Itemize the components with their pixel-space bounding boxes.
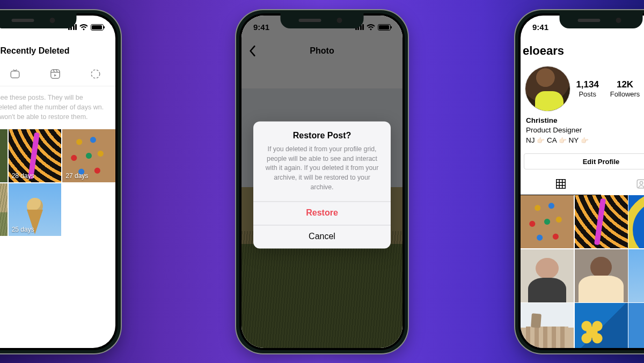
grid-item[interactable] xyxy=(521,249,574,302)
avatar[interactable] xyxy=(525,66,570,112)
grid-item[interactable] xyxy=(575,195,628,248)
deleted-type-tabs xyxy=(0,63,115,86)
deleted-grid: 28 days 27 days 25 days xyxy=(0,129,115,236)
device-notch xyxy=(560,13,643,28)
grid-item[interactable] xyxy=(521,303,574,347)
device-notch xyxy=(0,13,77,28)
profile-username[interactable]: eloears xyxy=(523,44,564,58)
grid-item[interactable] xyxy=(575,303,628,347)
svg-point-7 xyxy=(640,182,643,185)
restore-alert: Restore Post? If you deleted it from you… xyxy=(253,121,391,248)
tab-stories[interactable] xyxy=(75,63,115,86)
info-text: Only you can see these posts. They will … xyxy=(0,86,115,129)
alert-body: If you deleted it from your profile grid… xyxy=(253,143,391,201)
wifi-icon xyxy=(79,24,88,31)
cancel-button[interactable]: Cancel xyxy=(253,225,391,248)
svg-point-3 xyxy=(91,70,100,78)
edit-profile-button[interactable]: Edit Profile xyxy=(524,153,644,169)
grid-item[interactable] xyxy=(521,195,574,248)
grid-item[interactable] xyxy=(628,195,644,248)
deleted-item[interactable]: 27 days xyxy=(62,129,115,182)
alert-title: Restore Post? xyxy=(253,121,391,143)
profile-bio: Christine Product Designer NJ 👉🏻 CA 👉🏻 N… xyxy=(521,112,644,151)
days-label: 25 days xyxy=(12,226,34,233)
tab-tagged[interactable] xyxy=(601,173,644,195)
deleted-item[interactable] xyxy=(0,183,8,236)
deleted-item[interactable]: 25 days xyxy=(9,183,62,236)
svg-rect-5 xyxy=(557,179,566,188)
bio-line: Product Designer xyxy=(526,125,644,136)
profile-grid xyxy=(521,195,644,347)
tab-grid[interactable] xyxy=(521,173,601,195)
phone-recently-deleted: Recently Deleted Only you can see these … xyxy=(0,10,121,353)
profile-header: eloears xyxy=(521,39,644,63)
grid-item[interactable] xyxy=(575,249,628,302)
battery-icon xyxy=(91,24,104,31)
grid-item[interactable] xyxy=(628,249,644,302)
tab-igtv[interactable] xyxy=(0,63,35,86)
restore-button[interactable]: Restore xyxy=(253,201,391,225)
deleted-item[interactable] xyxy=(0,129,8,182)
device-notch xyxy=(281,13,364,28)
days-label: 28 days xyxy=(12,172,34,180)
page-title: Recently Deleted xyxy=(0,39,115,63)
tab-reels[interactable] xyxy=(35,63,75,86)
profile-tabs xyxy=(521,173,644,195)
stat-followers[interactable]: 12KFollowers xyxy=(610,79,640,98)
bio-name: Christine xyxy=(526,116,644,126)
svg-rect-1 xyxy=(11,71,19,78)
phone-profile: 9:41 eloears 1,134Posts 12KFollowers 1,7… xyxy=(515,10,644,353)
deleted-item[interactable]: 28 days xyxy=(9,129,62,182)
days-label: 27 days xyxy=(65,172,88,180)
bio-location: NJ 👉🏻 CA 👉🏻 NY 👉🏻 xyxy=(526,136,644,146)
grid-item[interactable] xyxy=(628,303,644,347)
svg-rect-2 xyxy=(50,70,60,79)
stat-posts[interactable]: 1,134Posts xyxy=(576,79,599,98)
phone-restore-dialog: 9:41 Photo eloears ••• xyxy=(236,10,408,353)
profile-stats: 1,134Posts 12KFollowers 1,75Followi xyxy=(570,79,644,98)
status-time: 9:41 xyxy=(532,23,548,32)
